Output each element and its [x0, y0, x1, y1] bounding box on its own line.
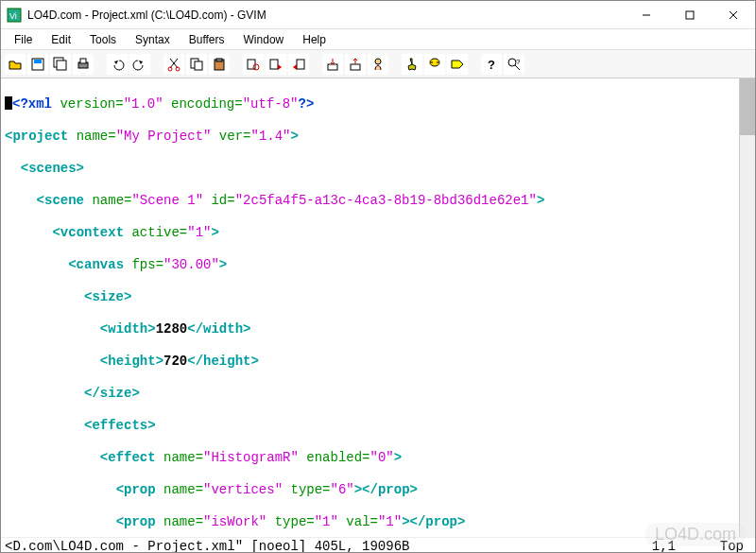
svg-rect-9 [57, 60, 66, 70]
run-script-icon[interactable] [368, 54, 388, 75]
window-title: LO4D.com - Project.xml (C:\LO4D.com) - G… [27, 9, 625, 22]
menu-bar: File Edit Tools Syntax Buffers Window He… [1, 29, 755, 50]
svg-rect-3 [686, 11, 694, 19]
help-icon[interactable]: ? [481, 54, 502, 75]
vertical-scrollbar[interactable] [739, 78, 755, 537]
paste-icon[interactable] [209, 54, 230, 75]
save-session-icon[interactable] [345, 54, 366, 75]
svg-text:?: ? [488, 58, 495, 72]
status-bar: <D.com\LO4D.com - Project.xml" [noeol] 4… [1, 537, 755, 553]
menu-window[interactable]: Window [234, 31, 294, 48]
svg-rect-17 [216, 59, 222, 61]
menu-syntax[interactable]: Syntax [126, 31, 180, 48]
svg-rect-23 [351, 64, 360, 70]
minimize-button[interactable] [625, 1, 668, 29]
find-replace-icon[interactable] [243, 54, 264, 75]
menu-help[interactable]: Help [293, 31, 335, 48]
make-icon[interactable] [402, 54, 422, 75]
text-editor[interactable]: <?xml version="1.0" encoding="utf-8"?> <… [1, 78, 739, 537]
status-cursor: 1,1 [581, 539, 695, 554]
svg-rect-21 [297, 60, 304, 69]
svg-point-24 [375, 59, 381, 64]
menu-tools[interactable]: Tools [80, 31, 126, 48]
print-icon[interactable] [73, 54, 94, 75]
copy-icon[interactable] [186, 54, 207, 75]
menu-edit[interactable]: Edit [42, 31, 80, 48]
open-icon[interactable] [5, 54, 26, 75]
menu-file[interactable]: File [5, 31, 42, 48]
svg-rect-11 [80, 59, 86, 63]
close-button[interactable] [712, 1, 755, 29]
save-icon[interactable] [27, 54, 48, 75]
find-prev-icon[interactable] [288, 54, 309, 75]
svg-point-29 [508, 59, 516, 66]
find-help-icon[interactable]: ? [504, 54, 524, 75]
menu-buffers[interactable]: Buffers [180, 31, 234, 48]
title-bar: Vi LO4D.com - Project.xml (C:\LO4D.com) … [1, 1, 755, 29]
tags-icon[interactable] [447, 54, 468, 75]
load-session-icon[interactable] [322, 54, 343, 75]
svg-text:Vi: Vi [9, 11, 17, 21]
save-all-icon[interactable] [50, 54, 71, 75]
svg-rect-15 [195, 61, 202, 70]
redo-icon[interactable] [129, 54, 150, 75]
svg-rect-22 [328, 64, 337, 70]
maximize-button[interactable] [668, 1, 712, 29]
status-file: <D.com\LO4D.com - Project.xml" [noeol] 4… [5, 539, 581, 554]
undo-icon[interactable] [107, 54, 128, 75]
svg-rect-7 [34, 60, 42, 63]
scrollbar-thumb[interactable] [740, 78, 755, 135]
svg-text:?: ? [516, 58, 521, 66]
app-icon: Vi [7, 8, 22, 23]
shell-icon[interactable] [424, 54, 445, 75]
svg-rect-20 [270, 60, 278, 69]
status-pos: Top [695, 539, 751, 554]
find-next-icon[interactable] [266, 54, 286, 75]
toolbar: ? ? [1, 50, 755, 78]
svg-rect-18 [248, 60, 255, 69]
cut-icon[interactable] [163, 54, 184, 75]
